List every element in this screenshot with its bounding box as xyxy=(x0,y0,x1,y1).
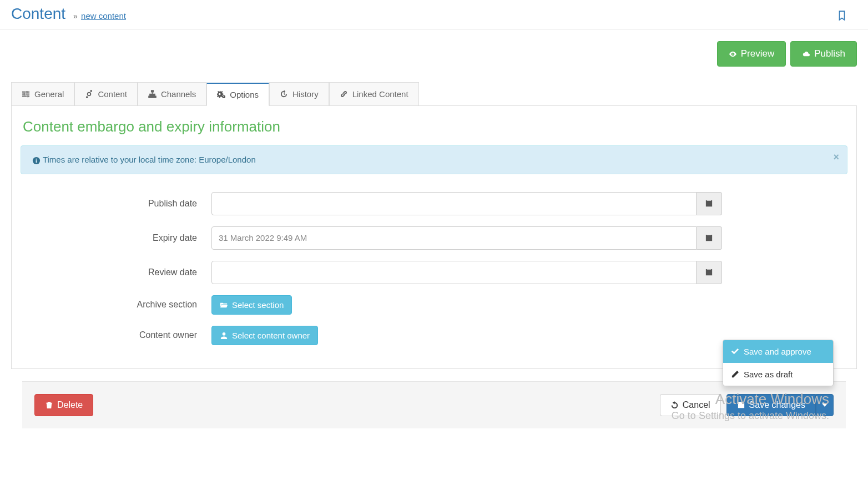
calendar-icon xyxy=(705,268,713,276)
page-title: Content xyxy=(11,5,65,23)
delete-button[interactable]: Delete xyxy=(34,394,93,416)
publish-label: Publish xyxy=(814,48,845,59)
close-icon[interactable]: × xyxy=(833,151,839,163)
expiry-date-picker-button[interactable] xyxy=(697,226,722,250)
save-dropdown-menu: Save and approve Save as draft xyxy=(723,340,834,386)
save-label: Save changes xyxy=(749,400,805,410)
review-date-label: Review date xyxy=(23,267,211,277)
select-content-owner-label: Select content owner xyxy=(232,331,310,340)
save-as-draft-item[interactable]: Save as draft xyxy=(723,363,833,386)
calendar-icon xyxy=(705,199,713,208)
cog-share-icon xyxy=(85,90,93,98)
sliders-icon xyxy=(22,90,30,98)
tab-history[interactable]: History xyxy=(269,82,329,105)
tab-label: Channels xyxy=(161,89,196,99)
content-owner-label: Content owner xyxy=(23,330,211,340)
tab-channels[interactable]: Channels xyxy=(138,82,206,105)
tab-label: Content xyxy=(98,89,127,99)
tab-label: Options xyxy=(230,90,259,99)
archive-section-label: Archive section xyxy=(23,300,211,310)
breadcrumb-arrows-icon: » xyxy=(73,12,77,21)
alert-text: Times are relative to your local time zo… xyxy=(43,155,256,164)
top-actions: Preview Publish xyxy=(0,30,868,82)
options-panel: Content embargo and expiry information T… xyxy=(11,106,857,369)
caret-down-icon xyxy=(822,403,827,407)
timezone-alert: Times are relative to your local time zo… xyxy=(21,145,847,174)
save-changes-button[interactable]: Save changes xyxy=(726,394,816,416)
delete-label: Delete xyxy=(57,400,83,410)
eye-icon xyxy=(729,50,737,58)
history-icon xyxy=(280,90,288,98)
cloud-icon xyxy=(802,50,810,58)
gears-icon xyxy=(217,90,225,99)
tab-options[interactable]: Options xyxy=(206,83,269,106)
user-icon xyxy=(220,331,228,340)
publish-button[interactable]: Publish xyxy=(790,41,857,67)
breadcrumb: » new content xyxy=(73,11,126,21)
save-approve-label: Save and approve xyxy=(744,347,811,356)
page-header: Content » new content xyxy=(0,0,868,30)
panel-title: Content embargo and expiry information xyxy=(12,118,856,145)
edit-icon xyxy=(731,370,739,378)
main: General Content Channels Options History… xyxy=(11,82,857,428)
save-dropdown-toggle[interactable] xyxy=(816,394,834,416)
expiry-date-label: Expiry date xyxy=(23,233,211,243)
publish-date-input[interactable] xyxy=(211,192,697,215)
cancel-button[interactable]: Cancel xyxy=(660,394,721,416)
expiry-date-input[interactable] xyxy=(211,226,697,250)
trash-icon xyxy=(45,401,53,409)
link-icon xyxy=(340,90,348,98)
calendar-icon xyxy=(705,234,713,242)
review-date-picker-button[interactable] xyxy=(697,261,722,284)
publish-date-label: Publish date xyxy=(23,199,211,209)
tab-label: General xyxy=(34,89,64,99)
breadcrumb-link[interactable]: new content xyxy=(81,11,126,21)
save-and-approve-item[interactable]: Save and approve xyxy=(723,340,833,363)
tab-label: History xyxy=(292,89,319,99)
save-icon xyxy=(737,401,745,409)
save-draft-label: Save as draft xyxy=(744,370,793,379)
sitemap-icon xyxy=(148,90,157,98)
tab-general[interactable]: General xyxy=(11,82,74,105)
bookmark-icon[interactable] xyxy=(837,4,857,22)
publish-date-picker-button[interactable] xyxy=(697,192,722,215)
preview-label: Preview xyxy=(741,48,774,59)
check-icon xyxy=(731,347,739,356)
tab-label: Linked Content xyxy=(352,89,408,99)
select-section-button[interactable]: Select section xyxy=(211,295,292,315)
tab-linked[interactable]: Linked Content xyxy=(329,82,419,105)
undo-icon xyxy=(670,401,679,409)
review-date-input[interactable] xyxy=(211,261,697,284)
select-content-owner-button[interactable]: Select content owner xyxy=(211,326,318,345)
cancel-label: Cancel xyxy=(683,400,710,410)
info-icon xyxy=(32,156,41,165)
tabs: General Content Channels Options History… xyxy=(11,82,857,106)
tab-content[interactable]: Content xyxy=(74,82,138,105)
select-section-label: Select section xyxy=(232,300,284,310)
folder-open-icon xyxy=(220,301,228,309)
preview-button[interactable]: Preview xyxy=(717,41,786,67)
footer: Delete Cancel Save and approve Save as d… xyxy=(22,381,846,428)
